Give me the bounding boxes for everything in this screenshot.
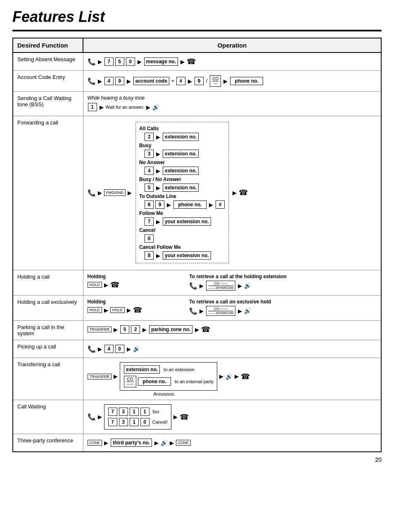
hold-key1: HOLD	[88, 307, 102, 313]
function-label: Parking a call in the system	[13, 321, 83, 340]
arrow-icon: ▶	[104, 440, 108, 446]
offhook-icon: ☎	[133, 305, 142, 315]
arrow-icon: ▶	[238, 308, 242, 314]
arrow-icon: ▶	[142, 327, 147, 333]
phone-no-key3: phone no.	[138, 377, 171, 386]
phone-no-key: phone no.	[230, 77, 263, 85]
transfer-key2: TRANSFER	[88, 374, 112, 379]
key-7d: 7	[108, 418, 117, 426]
arrow-icon: ▶	[199, 283, 204, 289]
arrow-icon: ▶	[156, 253, 160, 259]
function-label: Account Code Entry	[13, 71, 83, 92]
set-label: Set	[152, 409, 159, 414]
hold-key2: HOLD	[110, 307, 125, 313]
key-5: 5	[115, 57, 124, 66]
key-3: 3	[145, 150, 154, 158]
arrow-icon: ▶	[127, 307, 131, 313]
arrow-icon: ▶	[98, 78, 102, 84]
arrow-icon: ▶	[219, 373, 223, 379]
speaker-icon: 🔊	[133, 346, 140, 352]
ext-no-key5: extension no.	[124, 365, 160, 374]
retrieve-exclusive-label: To retrieve a call on exclusive hold	[189, 299, 377, 305]
retrieve-holding-label: To retrieve a call at the holding extens…	[189, 274, 377, 279]
key-6: 6	[145, 200, 154, 209]
follow-me-label: Follow Me	[139, 210, 225, 216]
arrow-icon: ▶	[100, 104, 104, 110]
ext-no-key3: extension no.	[163, 167, 199, 175]
arrow-icon: ▶	[170, 440, 174, 446]
key-7b: 7	[145, 217, 154, 226]
arrow-icon: ▶	[98, 414, 102, 420]
handset-icon: 📞	[88, 413, 96, 421]
holding-label: Holding	[88, 274, 181, 279]
table-row: Three-party conference CONF ▶ third part…	[13, 434, 381, 452]
arrow-icon: ▶	[199, 308, 204, 314]
page-number: 20	[12, 456, 382, 463]
key-0c: 0	[115, 345, 124, 353]
arrow-icon: ▶	[167, 202, 171, 208]
ext-no-key2: extension no.	[163, 150, 199, 158]
no-answer-label: No Answer	[139, 160, 225, 165]
arrow-icon: ▶	[156, 151, 160, 157]
page-title: Features List	[12, 8, 382, 26]
offhook-icon: ☎	[180, 413, 189, 422]
offhook-icon2: ☎	[239, 188, 248, 197]
key-7: 7	[104, 57, 114, 66]
to-external-label: to an external party	[175, 379, 214, 384]
to-extension-label: to an extension	[164, 367, 195, 372]
co-intercom-key: CO —— —— INTERCOM	[206, 281, 235, 291]
key-3a: 3	[119, 408, 128, 416]
arrow-icon: ▶	[104, 282, 108, 288]
function-label: Sending a Call Waiting tone (BSS)	[13, 92, 83, 116]
third-party-key: third party's no.	[111, 439, 152, 447]
arrow-icon: ▶	[114, 373, 118, 379]
your-ext-key: your extension no.	[163, 217, 211, 226]
busy-label: Busy	[139, 143, 225, 148]
table-row: Account Code Entry 📞 ▶ 4 9 ▶ account cod…	[13, 71, 381, 92]
key-0b: 0	[145, 234, 154, 243]
arrow-icon: ▶	[173, 414, 178, 420]
table-row: Parking a call in the system TRANSFER ▶ …	[13, 321, 381, 340]
conf-key1: CONF	[88, 440, 102, 446]
key-2: 2	[145, 133, 154, 141]
table-row: Holding a call Holding HOLD ▶ ☎ To retri…	[13, 270, 381, 296]
function-label: Holding a call	[13, 270, 83, 296]
key-9: 9	[115, 77, 124, 85]
account-code-key: account code	[133, 77, 169, 85]
key-1c: 1	[130, 418, 139, 426]
phone-no-key2: phone no.	[173, 200, 206, 209]
operation-cell: CONF ▶ third party's no. ▶ 🔊 ▶ CONF	[83, 434, 381, 452]
handset-icon: 📞	[88, 77, 96, 85]
header-operation: Operation	[83, 38, 381, 52]
arrow-icon: ▶	[223, 78, 228, 84]
handset-icon: 📞	[189, 282, 197, 290]
function-label: Setting Absent Message	[13, 52, 83, 71]
key-5c: 5	[120, 325, 129, 334]
conf-key2: CONF	[176, 440, 191, 446]
holding-label2: Holding	[88, 299, 181, 305]
operation-cell: While hearing a busy tone 1 ▶ Wait for a…	[83, 92, 381, 116]
handset-icon: 📞	[88, 189, 96, 197]
operation-cell: 📞 ▶ 7 5 0 ▶ message no. ▶ ☎	[83, 52, 381, 71]
key-3b: 3	[119, 418, 128, 426]
arrow-icon: ▶	[156, 185, 160, 191]
handset-icon: 📞	[88, 58, 96, 66]
key-1: 1	[88, 103, 97, 111]
hold-key: HOLD	[88, 282, 102, 288]
fwd-dnd-key: FWD/DND	[104, 189, 126, 196]
cancel-label-fwd: Cancel	[139, 227, 225, 233]
arrow-icon: ▶	[156, 134, 160, 140]
arrow-icon: ▶	[156, 168, 160, 174]
key-9c: 9	[155, 200, 164, 209]
speaker-icon: 🔊	[161, 439, 168, 446]
features-table: Desired Function Operation Setting Absen…	[12, 38, 382, 452]
function-label: Holding a call exclusively	[13, 296, 83, 321]
arrow-icon: ▶	[128, 190, 132, 196]
transfer-key: TRANSFER	[88, 327, 112, 332]
header-function: Desired Function	[13, 38, 83, 52]
speaker-icon: 🔊	[225, 373, 233, 380]
key-4b: 4	[145, 167, 154, 175]
ext-no-key: extension no.	[163, 133, 199, 141]
arrow-icon: ▶	[209, 202, 213, 208]
key-8: 8	[145, 251, 154, 260]
